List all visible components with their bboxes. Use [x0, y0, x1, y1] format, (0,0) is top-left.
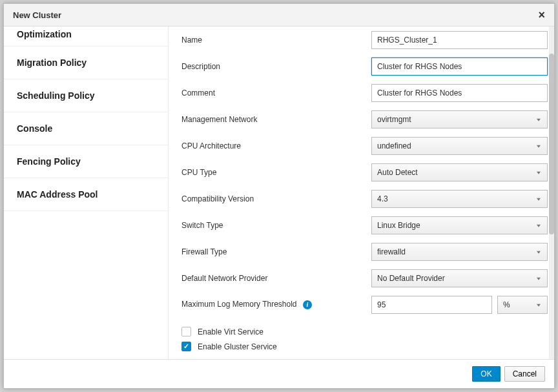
row-comment: Comment [181, 83, 548, 102]
label-cpu-type: CPU Type [181, 168, 371, 177]
ok-button[interactable]: OK [472, 366, 500, 382]
info-icon[interactable]: i [303, 300, 312, 309]
dialog-sidebar: Optimization Migration Policy Scheduling… [4, 26, 169, 359]
sidebar-item-migration-policy[interactable]: Migration Policy [4, 46, 168, 79]
row-enable-gluster: Enable Gluster Service [181, 342, 548, 351]
row-cpu-type: CPU Type Auto Detect [181, 163, 548, 181]
default-network-provider-select[interactable]: No Default Provider [371, 269, 548, 287]
name-input[interactable] [371, 31, 548, 49]
label-default-network-provider: Default Network Provider [181, 274, 371, 283]
label-enable-gluster: Enable Gluster Service [198, 342, 277, 351]
select-value: Auto Detect [377, 168, 418, 177]
scrollbar-thumb[interactable] [549, 54, 554, 234]
label-switch-type: Switch Type [181, 221, 371, 230]
dialog-header: New Cluster × [4, 4, 554, 26]
label-max-log-memory: Maximum Log Memory Threshold i [181, 300, 371, 309]
max-log-memory-unit-select[interactable]: % [497, 296, 548, 314]
sidebar-item-label: MAC Address Pool [17, 189, 98, 200]
comment-input[interactable] [371, 84, 548, 102]
cpu-architecture-select[interactable]: undefined [371, 137, 548, 155]
sidebar-item-label: Scheduling Policy [17, 90, 95, 101]
management-network-select[interactable]: ovirtmgmt [371, 110, 548, 129]
label-name: Name [181, 36, 371, 45]
select-value: ovirtmgmt [377, 115, 411, 124]
sidebar-item-fencing-policy[interactable]: Fencing Policy [4, 145, 168, 178]
row-firewall-type: Firewall Type firewalld [181, 242, 548, 261]
select-value: 4.3 [377, 194, 388, 203]
row-compatibility-version: Compatibility Version 4.3 [181, 189, 548, 208]
new-cluster-dialog: New Cluster × Optimization Migration Pol… [3, 3, 555, 389]
scrollbar-track[interactable] [549, 26, 554, 359]
description-input[interactable] [371, 57, 548, 76]
close-icon[interactable]: × [538, 9, 545, 21]
row-enable-virt: Enable Virt Service [181, 327, 548, 336]
firewall-type-select[interactable]: firewalld [371, 243, 548, 261]
sidebar-item-label: Fencing Policy [17, 156, 81, 167]
dialog-body: Optimization Migration Policy Scheduling… [4, 26, 554, 359]
sidebar-item-optimization[interactable]: Optimization [4, 26, 168, 46]
max-log-memory-input[interactable] [371, 296, 492, 314]
enable-gluster-checkbox[interactable] [181, 342, 191, 351]
row-name: Name [181, 30, 548, 49]
dialog-footer: OK Cancel [4, 359, 554, 388]
cpu-type-select[interactable]: Auto Detect [371, 163, 548, 181]
sidebar-item-label: Console [17, 123, 52, 134]
label-compatibility-version: Compatibility Version [181, 194, 371, 203]
select-value: firewalld [377, 247, 406, 256]
dialog-title: New Cluster [13, 10, 61, 20]
label-firewall-type: Firewall Type [181, 247, 371, 256]
select-value: Linux Bridge [377, 221, 420, 230]
sidebar-item-label: Migration Policy [17, 57, 87, 68]
sidebar-item-console[interactable]: Console [4, 112, 168, 145]
label-management-network: Management Network [181, 115, 371, 124]
row-default-network-provider: Default Network Provider No Default Prov… [181, 269, 548, 287]
switch-type-select[interactable]: Linux Bridge [371, 216, 548, 234]
sidebar-item-scheduling-policy[interactable]: Scheduling Policy [4, 79, 168, 112]
compatibility-version-select[interactable]: 4.3 [371, 190, 548, 208]
label-enable-virt: Enable Virt Service [198, 327, 264, 336]
row-max-log-memory: Maximum Log Memory Threshold i % [181, 295, 548, 314]
sidebar-item-label: Optimization [17, 29, 72, 39]
select-value: % [503, 300, 510, 309]
row-switch-type: Switch Type Linux Bridge [181, 216, 548, 234]
label-cpu-architecture: CPU Architecture [181, 141, 371, 150]
select-value: undefined [377, 141, 411, 150]
label-description: Description [181, 62, 371, 71]
row-cpu-architecture: CPU Architecture undefined [181, 136, 548, 155]
row-management-network: Management Network ovirtmgmt [181, 110, 548, 129]
row-description: Description [181, 57, 548, 76]
cancel-button[interactable]: Cancel [504, 366, 545, 382]
dialog-content: Name Description Comment Management Netw… [169, 26, 554, 359]
label-comment: Comment [181, 88, 371, 98]
enable-virt-checkbox[interactable] [181, 327, 191, 336]
select-value: No Default Provider [377, 274, 445, 283]
sidebar-item-mac-address-pool[interactable]: MAC Address Pool [4, 178, 168, 211]
